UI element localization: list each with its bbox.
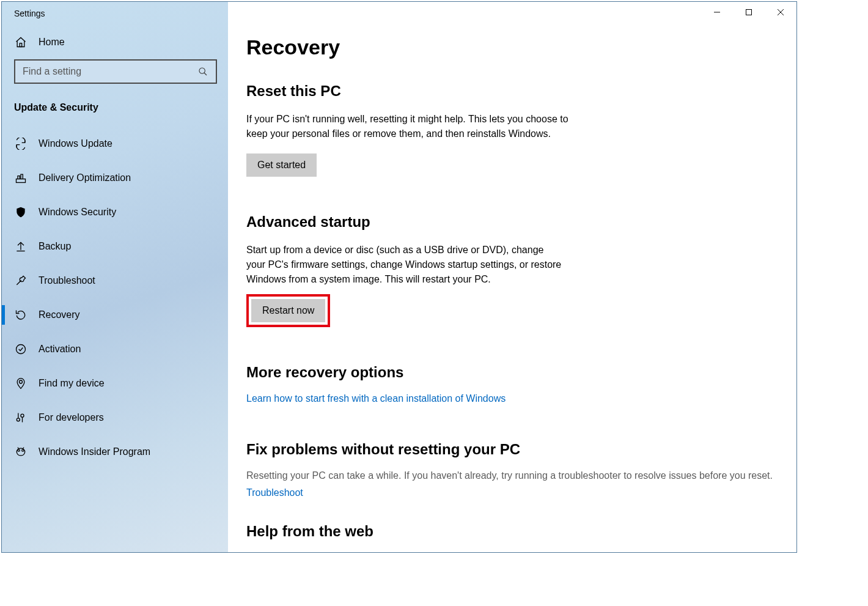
window-title: Settings xyxy=(2,2,228,25)
sidebar-item-for-developers[interactable]: For developers xyxy=(2,401,228,435)
minimize-button[interactable] xyxy=(701,2,733,23)
upload-icon xyxy=(14,240,28,253)
restart-now-button[interactable]: Restart now xyxy=(251,299,325,322)
sidebar-item-windows-security[interactable]: Windows Security xyxy=(2,195,228,229)
restart-now-highlight: Restart now xyxy=(246,294,330,327)
sidebar-item-delivery-optimization[interactable]: Delivery Optimization xyxy=(2,161,228,195)
recovery-icon xyxy=(14,308,28,322)
help-from-web-title: Help from the web xyxy=(246,523,796,540)
search-box[interactable] xyxy=(14,59,217,84)
help-from-web-section: Help from the web xyxy=(246,523,796,540)
svg-line-2 xyxy=(204,73,207,75)
insider-icon xyxy=(14,445,28,459)
wrench-icon xyxy=(14,274,28,287)
delivery-icon xyxy=(14,171,28,185)
svg-point-9 xyxy=(17,418,20,421)
reset-pc-desc: If your PC isn't running well, resetting… xyxy=(246,112,570,141)
home-nav[interactable]: Home xyxy=(2,25,228,59)
start-fresh-link[interactable]: Learn how to start fresh with a clean in… xyxy=(246,393,506,404)
more-recovery-section: More recovery options Learn how to start… xyxy=(246,364,796,404)
svg-point-1 xyxy=(199,68,205,73)
close-button[interactable] xyxy=(765,2,796,23)
sidebar-item-label: For developers xyxy=(39,412,104,423)
reset-pc-title: Reset this PC xyxy=(246,83,796,100)
sidebar-item-label: Windows Security xyxy=(39,207,116,218)
sync-icon xyxy=(14,137,28,150)
sidebar-item-label: Backup xyxy=(39,241,71,252)
fix-problems-section: Fix problems without resetting your PC R… xyxy=(246,441,796,498)
sidebar-item-windows-update[interactable]: Windows Update xyxy=(2,127,228,161)
sidebar-item-label: Delivery Optimization xyxy=(39,172,131,183)
sidebar-item-recovery[interactable]: Recovery xyxy=(2,298,228,332)
sidebar-item-label: Find my device xyxy=(39,378,105,389)
troubleshoot-link[interactable]: Troubleshoot xyxy=(246,487,303,498)
get-started-button[interactable]: Get started xyxy=(246,153,317,177)
search-input[interactable] xyxy=(23,66,194,77)
category-title: Update & Security xyxy=(2,84,228,127)
reset-pc-section: Reset this PC If your PC isn't running w… xyxy=(246,83,796,177)
nav-list: Windows Update Delivery Optimization Win… xyxy=(2,127,228,469)
settings-window: Settings Home Update & Security Wind xyxy=(1,1,797,553)
sidebar-item-label: Windows Insider Program xyxy=(39,446,150,457)
maximize-button[interactable] xyxy=(733,2,765,23)
sidebar-item-label: Windows Update xyxy=(39,138,112,149)
svg-rect-0 xyxy=(20,43,21,47)
svg-rect-17 xyxy=(746,10,752,15)
more-recovery-title: More recovery options xyxy=(246,364,796,381)
svg-point-10 xyxy=(21,414,24,417)
svg-rect-13 xyxy=(17,448,24,456)
main-content: Recovery Reset this PC If your PC isn't … xyxy=(228,2,796,552)
advanced-startup-section: Advanced startup Start up from a device … xyxy=(246,213,796,327)
home-label: Home xyxy=(39,37,65,48)
advanced-startup-desc: Start up from a device or disc (such as … xyxy=(246,243,564,287)
svg-line-14 xyxy=(18,448,19,449)
svg-point-7 xyxy=(17,345,26,354)
advanced-startup-title: Advanced startup xyxy=(246,213,796,231)
fix-problems-desc: Resetting your PC can take a while. If y… xyxy=(246,470,778,481)
location-icon xyxy=(14,377,28,390)
svg-line-6 xyxy=(17,280,21,285)
sidebar-item-backup[interactable]: Backup xyxy=(2,229,228,264)
sidebar-item-find-my-device[interactable]: Find my device xyxy=(2,366,228,401)
check-circle-icon xyxy=(14,342,28,356)
home-icon xyxy=(14,35,28,49)
sidebar-item-troubleshoot[interactable]: Troubleshoot xyxy=(2,264,228,298)
tools-icon xyxy=(14,411,28,424)
search-icon xyxy=(196,65,210,78)
window-title-text: Settings xyxy=(14,9,45,18)
sidebar-item-label: Recovery xyxy=(39,309,80,320)
svg-line-15 xyxy=(23,448,24,449)
sidebar-item-label: Troubleshoot xyxy=(39,275,95,286)
page-title: Recovery xyxy=(246,35,796,59)
svg-rect-3 xyxy=(17,179,26,183)
sidebar-item-label: Activation xyxy=(39,344,81,355)
sidebar-item-windows-insider[interactable]: Windows Insider Program xyxy=(2,435,228,469)
shield-icon xyxy=(14,205,28,219)
sidebar-item-activation[interactable]: Activation xyxy=(2,332,228,366)
fix-problems-title: Fix problems without resetting your PC xyxy=(246,441,796,458)
sidebar: Settings Home Update & Security Wind xyxy=(2,2,228,552)
window-controls xyxy=(701,2,796,23)
svg-point-8 xyxy=(20,380,23,383)
search-container xyxy=(2,59,228,84)
